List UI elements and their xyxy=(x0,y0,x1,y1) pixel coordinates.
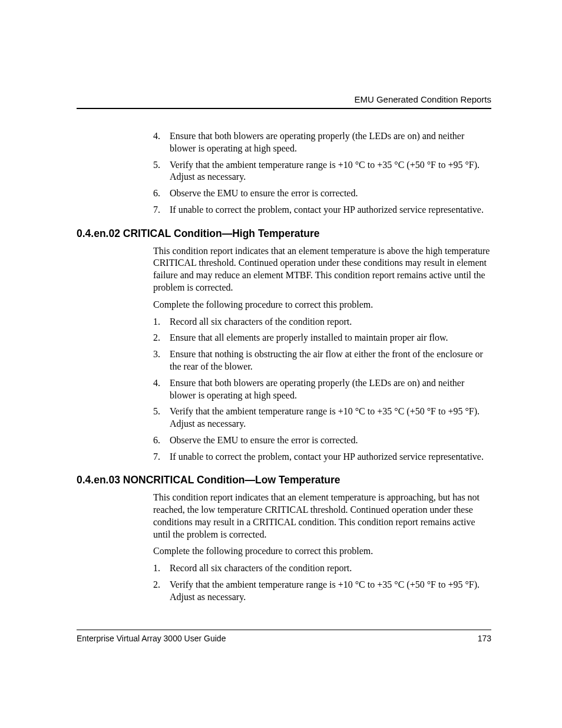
section-heading-critical-high-temp: 0.4.en.02 CRITICAL Condition—High Temper… xyxy=(77,227,491,241)
list-number: 7. xyxy=(153,204,170,216)
list-item: 4.Ensure that both blowers are operating… xyxy=(153,130,491,155)
top-ordered-list: 4.Ensure that both blowers are operating… xyxy=(153,130,491,216)
paragraph: Complete the following procedure to corr… xyxy=(153,299,491,311)
paragraph: Complete the following procedure to corr… xyxy=(153,545,491,558)
page-footer: Enterprise Virtual Array 3000 User Guide… xyxy=(77,634,491,643)
list-number: 1. xyxy=(153,316,170,328)
list-number: 5. xyxy=(153,406,170,430)
header-title: EMU Generated Condition Reports xyxy=(354,94,491,104)
list-number: 6. xyxy=(153,434,170,447)
list-item: 2.Ensure that all elements are properly … xyxy=(153,332,491,344)
section1-ordered-list: 1.Record all six characters of the condi… xyxy=(153,316,491,463)
list-number: 7. xyxy=(153,451,170,463)
list-item: 5.Verify that the ambient temperature ra… xyxy=(153,406,491,430)
list-text: Observe the EMU to ensure the error is c… xyxy=(170,187,491,200)
list-text: Verify that the ambient temperature rang… xyxy=(170,159,491,184)
list-text: Observe the EMU to ensure the error is c… xyxy=(170,434,491,447)
list-item: 1.Record all six characters of the condi… xyxy=(153,316,491,328)
list-item: 6.Observe the EMU to ensure the error is… xyxy=(153,434,491,447)
list-text: Record all six characters of the conditi… xyxy=(170,562,491,575)
list-text: Ensure that nothing is obstructing the a… xyxy=(170,348,491,373)
list-number: 3. xyxy=(153,348,170,373)
section-heading-noncritical-low-temp: 0.4.en.03 NONCRITICAL Condition—Low Temp… xyxy=(77,473,491,487)
list-number: 5. xyxy=(153,159,170,184)
list-text: Verify that the ambient temperature rang… xyxy=(170,406,491,430)
list-item: 6.Observe the EMU to ensure the error is… xyxy=(153,187,491,200)
list-number: 1. xyxy=(153,562,170,575)
list-text: If unable to correct the problem, contac… xyxy=(170,204,491,216)
list-text: Record all six characters of the conditi… xyxy=(170,316,491,328)
running-header: EMU Generated Condition Reports xyxy=(77,94,491,109)
list-item: 5.Verify that the ambient temperature ra… xyxy=(153,159,491,184)
paragraph: This condition report indicates that an … xyxy=(153,492,491,541)
list-item: 3.Ensure that nothing is obstructing the… xyxy=(153,348,491,373)
page-content: 4.Ensure that both blowers are operating… xyxy=(77,130,491,604)
list-number: 4. xyxy=(153,377,170,402)
footer-doc-title: Enterprise Virtual Array 3000 User Guide xyxy=(77,634,226,643)
list-item: 1.Record all six characters of the condi… xyxy=(153,562,491,575)
list-number: 2. xyxy=(153,332,170,344)
footer-rule xyxy=(77,630,491,630)
paragraph: This condition report indicates that an … xyxy=(153,245,491,294)
list-item: 2.Verify that the ambient temperature ra… xyxy=(153,579,491,604)
list-number: 4. xyxy=(153,130,170,155)
page: EMU Generated Condition Reports 4.Ensure… xyxy=(0,0,562,728)
list-number: 6. xyxy=(153,187,170,200)
list-item: 7.If unable to correct the problem, cont… xyxy=(153,204,491,216)
list-text: Verify that the ambient temperature rang… xyxy=(170,579,491,604)
list-item: 4.Ensure that both blowers are operating… xyxy=(153,377,491,402)
list-text: If unable to correct the problem, contac… xyxy=(170,451,491,463)
footer-page-number: 173 xyxy=(478,634,491,643)
list-text: Ensure that both blowers are operating p… xyxy=(170,130,491,155)
section2-ordered-list: 1.Record all six characters of the condi… xyxy=(153,562,491,603)
list-text: Ensure that all elements are properly in… xyxy=(170,332,491,344)
list-text: Ensure that both blowers are operating p… xyxy=(170,377,491,402)
list-number: 2. xyxy=(153,579,170,604)
list-item: 7.If unable to correct the problem, cont… xyxy=(153,451,491,463)
